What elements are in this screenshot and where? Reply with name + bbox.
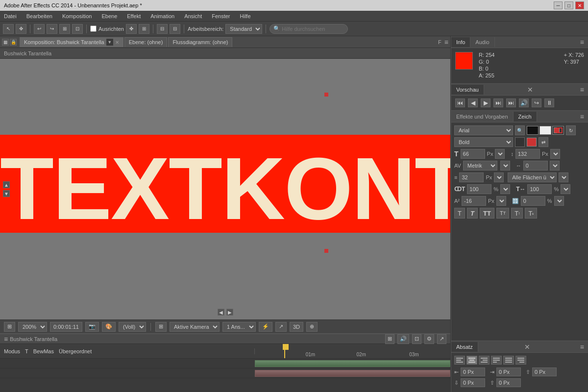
nav-left[interactable]: ◀ [218, 309, 224, 316]
align-left[interactable] [454, 356, 465, 365]
menu-animation[interactable]: Animation [148, 12, 176, 20]
render-btn[interactable]: ⚡ [259, 322, 272, 332]
close-button[interactable]: ✕ [575, 1, 584, 9]
playhead-handle[interactable] [283, 344, 289, 350]
menu-fenster[interactable]: Fenster [210, 12, 232, 20]
monitor-btn[interactable]: ⊟ [157, 24, 168, 34]
align-justify-right[interactable] [515, 356, 526, 365]
tsuki-dropdown-btn[interactable]: ▼ [554, 196, 564, 206]
fill-type-dropdown-btn[interactable]: ▼ [559, 172, 568, 182]
menu-ebene[interactable]: Ebene [99, 12, 119, 20]
kerning-dropdown[interactable]: Metrik [463, 161, 497, 171]
comp-menu-btn[interactable]: ≡ [444, 38, 448, 46]
menu-komposition[interactable]: Komposition [60, 12, 94, 20]
timeline-menu-btn[interactable]: ≡ [4, 335, 8, 343]
info-tab[interactable]: Info [451, 37, 470, 47]
swap-icon[interactable]: ⇄ [539, 137, 548, 147]
indent-right2-input[interactable] [496, 378, 521, 387]
swatch-fill-stroke[interactable] [552, 126, 564, 135]
align-center[interactable] [466, 356, 477, 365]
tool-nav2[interactable]: ⊡ [72, 24, 83, 34]
tracking-input[interactable] [523, 161, 548, 171]
preview-panel-settings[interactable]: ≡ [576, 84, 588, 96]
camera-snapshot[interactable]: 📷 [85, 322, 99, 332]
eyedropper-btn[interactable]: 🔍 [515, 125, 525, 135]
color-btn[interactable]: 🎨 [102, 322, 116, 332]
absatz-panel-menu[interactable]: ≡ [576, 341, 588, 353]
preview-play[interactable]: ▶ [481, 98, 490, 107]
t-btn-regular[interactable]: T [454, 208, 465, 219]
zoom-dropdown[interactable]: 200% [18, 322, 47, 332]
preview-audio[interactable]: 🔊 [519, 98, 529, 107]
help-search[interactable] [270, 24, 348, 34]
line-width-input[interactable] [459, 172, 484, 182]
preview-prev[interactable]: ◀ [468, 98, 478, 107]
menu-effekt[interactable]: Effekt [125, 12, 143, 20]
ausrichten-checkbox[interactable] [90, 25, 97, 32]
leading-dropdown-btn[interactable]: ▼ [550, 149, 560, 159]
menu-hilfe[interactable]: Hilfe [238, 12, 253, 20]
tsuki-input[interactable] [521, 196, 545, 206]
tool-undo[interactable]: ↩ [34, 24, 45, 34]
tool-redo[interactable]: ↪ [47, 24, 57, 34]
fill-type-dropdown[interactable]: Alle Flächen ü... [508, 172, 557, 182]
fill-type-btn[interactable] [515, 137, 525, 147]
comp-dropdown-btn[interactable]: ▼ [106, 39, 113, 46]
indent-bottom-input[interactable] [461, 378, 485, 387]
baseline-input[interactable] [462, 196, 486, 206]
menu-datei[interactable]: Datei [2, 12, 19, 20]
tracking-dropdown-btn[interactable]: ▼ [550, 161, 560, 171]
preview-last[interactable]: ⏭ [506, 98, 516, 107]
maximize-button[interactable]: □ [564, 1, 573, 9]
time-display[interactable]: 0:00:01:11 [50, 322, 82, 332]
nav-right[interactable]: ▶ [226, 309, 233, 316]
more-btn[interactable]: ⊕ [306, 322, 318, 332]
tl-btn2[interactable]: 🔊 [397, 334, 409, 344]
grid-btn[interactable]: ⊞ [155, 322, 167, 332]
preview-tab[interactable]: Vorschau [451, 85, 484, 95]
font-style-dropdown[interactable]: Bold [454, 137, 513, 147]
absatz-panel-close[interactable]: ✕ [520, 341, 534, 353]
stroke-btn[interactable] [527, 138, 537, 147]
horiz-dropdown-btn[interactable]: ▼ [561, 184, 570, 194]
preview-panel-menu[interactable]: ✕ [523, 84, 537, 96]
menu-ansicht[interactable]: Ansicht [182, 12, 204, 20]
t-btn-italic[interactable]: T [467, 208, 478, 219]
tool-nav1[interactable]: ⊞ [59, 24, 70, 34]
align-right[interactable] [479, 356, 490, 365]
rotate-icon[interactable]: ↻ [566, 125, 576, 135]
font-size-dropdown-btn[interactable]: ▼ [495, 149, 505, 159]
nav-up[interactable]: ▲ [3, 181, 10, 188]
region-btn[interactable]: ⊞ [4, 322, 15, 332]
tl-btn4[interactable]: ⚙ [424, 334, 434, 344]
t-btn-allcaps[interactable]: TT [480, 208, 494, 219]
quality-dropdown[interactable]: (Voll) [119, 322, 146, 332]
tl-btn5[interactable]: ↗ [437, 334, 446, 344]
tl-btn1[interactable]: ⊞ [385, 334, 394, 344]
vert-scale-input[interactable] [467, 184, 491, 194]
preview-next-frame[interactable]: ⏭ [493, 98, 503, 107]
indent-left-input[interactable] [461, 368, 485, 376]
menu-bearbeiten[interactable]: Bearbeiten [24, 12, 54, 20]
tool-hand[interactable]: ✥ [16, 24, 26, 34]
swatch-black[interactable] [527, 126, 539, 135]
align-justify-all[interactable] [503, 356, 514, 365]
swatch-secondary[interactable] [539, 126, 551, 135]
horiz-scale-input[interactable] [527, 184, 552, 194]
comp-tab-fluss[interactable]: Flussdiagramm: (ohne) [168, 37, 232, 47]
canvas-area[interactable]: TEXTKONT ▲ ▼ ◀ ▶ [0, 59, 450, 319]
preview-first[interactable]: ⏮ [455, 98, 465, 107]
comp-tab-komposition[interactable]: Komposition: Bushwick Tarantella ▼ ✕ [20, 37, 123, 47]
line-width-dropdown-btn[interactable]: ▼ [494, 172, 504, 182]
t-btn-smallcaps[interactable]: TT [496, 208, 509, 219]
camera-dropdown[interactable]: Aktive Kamera [170, 322, 220, 332]
align-justify[interactable] [491, 356, 502, 365]
comp-tab-ebene[interactable]: Ebene: (ohne) [124, 37, 168, 47]
view-dropdown[interactable]: 1 Ans... [222, 322, 256, 332]
vert-dropdown-btn[interactable]: ▼ [500, 184, 510, 194]
audio-tab[interactable]: Audio [470, 37, 494, 47]
ausrichten-expand[interactable]: ✤ [126, 24, 137, 34]
char-panel-menu[interactable]: ≡ [576, 111, 588, 122]
effects-tab[interactable]: Effekte und Vorgaben [451, 112, 514, 122]
tool-select[interactable]: ↖ [3, 24, 14, 34]
